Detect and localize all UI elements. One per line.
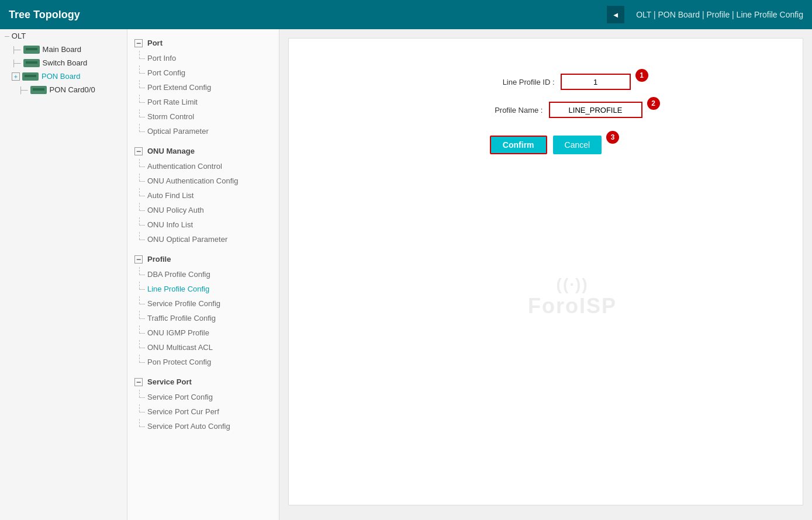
sidebar-item-label: OLT bbox=[12, 32, 26, 40]
line-profile-id-input[interactable] bbox=[561, 74, 631, 90]
badge-1: 1 bbox=[635, 69, 648, 82]
line-profile-id-label: Line Profile ID : bbox=[461, 78, 555, 86]
cancel-button[interactable]: Cancel bbox=[553, 136, 602, 154]
app-title: Tree Topology bbox=[9, 9, 607, 21]
menu-section-onu-manage[interactable]: − ONU Manage bbox=[127, 143, 279, 159]
menu-item-onu-optical-parameter[interactable]: ONU Optical Parameter bbox=[127, 232, 279, 247]
sidebar-item-olt[interactable]: ─ OLT bbox=[0, 29, 127, 43]
menu-item-port-info[interactable]: Port Info bbox=[127, 51, 279, 65]
form-area: Line Profile ID : 1 Profile Name : 2 Con… bbox=[300, 62, 791, 154]
badge-2: 2 bbox=[647, 97, 660, 110]
menu-item-authentication-control[interactable]: Authentication Control bbox=[127, 159, 279, 174]
sidebar-item-switch-board[interactable]: ├─ Switch Board bbox=[0, 56, 127, 70]
section-label: ONU Manage bbox=[147, 147, 195, 155]
profile-name-input[interactable] bbox=[549, 102, 642, 118]
line-profile-id-row: Line Profile ID : 1 bbox=[461, 74, 631, 90]
menu-section-profile[interactable]: − Profile bbox=[127, 251, 279, 267]
menu-item-onu-info-list[interactable]: ONU Info List bbox=[127, 217, 279, 232]
tree-connector: ├─ bbox=[12, 46, 21, 53]
watermark-icon: ((·)) bbox=[528, 275, 617, 294]
section-label: Service Port bbox=[147, 377, 192, 386]
menu-item-port-config[interactable]: Port Config bbox=[127, 65, 279, 80]
menu-item-port-extend-config[interactable]: Port Extend Config bbox=[127, 80, 279, 95]
tree-connector: ─ bbox=[5, 33, 9, 40]
menu-item-service-port-cur-perf[interactable]: Service Port Cur Perf bbox=[127, 404, 279, 419]
minus-icon: − bbox=[134, 147, 143, 155]
menu-item-dba-profile-config[interactable]: DBA Profile Config bbox=[127, 267, 279, 282]
minus-icon: − bbox=[134, 255, 143, 264]
device-icon bbox=[30, 86, 47, 94]
menu-item-port-rate-limit[interactable]: Port Rate Limit bbox=[127, 95, 279, 109]
sidebar-item-label: Main Board bbox=[43, 45, 81, 54]
header: Tree Topology ◄ OLT | PON Board | Profil… bbox=[0, 0, 812, 29]
sidebar-item-label: PON Card0/0 bbox=[50, 85, 95, 94]
profile-name-row: Profile Name : 2 bbox=[450, 102, 642, 118]
menu-item-auto-find-list[interactable]: Auto Find List bbox=[127, 188, 279, 203]
menu-section-service-port[interactable]: − Service Port bbox=[127, 374, 279, 390]
menu-item-line-profile-config[interactable]: Line Profile Config bbox=[127, 282, 279, 296]
minus-icon: − bbox=[134, 378, 143, 386]
section-label: Port bbox=[147, 39, 163, 47]
sidebar-item-pon-board[interactable]: + PON Board bbox=[0, 70, 127, 83]
device-icon bbox=[23, 59, 40, 67]
menu-item-service-port-config[interactable]: Service Port Config bbox=[127, 390, 279, 404]
menu-section-port[interactable]: − Port bbox=[127, 35, 279, 51]
main-content: Line Profile ID : 1 Profile Name : 2 Con… bbox=[279, 29, 812, 520]
section-label: Profile bbox=[147, 255, 171, 264]
menu-item-service-port-auto-config[interactable]: Service Port Auto Config bbox=[127, 419, 279, 434]
expand-icon[interactable]: + bbox=[12, 72, 20, 81]
sidebar-item-pon-card[interactable]: ├─ PON Card0/0 bbox=[0, 83, 127, 96]
menu-panel: − Port Port Info Port Config Port Extend… bbox=[127, 29, 279, 520]
breadcrumb: OLT | PON Board | Profile | Line Profile… bbox=[636, 10, 803, 19]
menu-item-onu-igmp-profile[interactable]: ONU IGMP Profile bbox=[127, 325, 279, 340]
confirm-button[interactable]: Confirm bbox=[490, 136, 547, 154]
badge-3: 3 bbox=[606, 131, 619, 144]
menu-item-onu-policy-auth[interactable]: ONU Policy Auth bbox=[127, 203, 279, 217]
menu-item-pon-protect-config[interactable]: Pon Protect Config bbox=[127, 355, 279, 369]
sidebar-item-main-board[interactable]: ├─ Main Board bbox=[0, 43, 127, 56]
minus-icon: − bbox=[134, 39, 143, 47]
menu-item-optical-parameter[interactable]: Optical Parameter bbox=[127, 124, 279, 138]
menu-item-onu-multicast-acl[interactable]: ONU Multicast ACL bbox=[127, 340, 279, 355]
device-icon bbox=[22, 72, 39, 81]
watermark-text: ForoISP bbox=[528, 294, 617, 318]
tree-connector: ├─ bbox=[12, 60, 21, 67]
sidebar: ─ OLT ├─ Main Board ├─ Switch Board + PO… bbox=[0, 29, 127, 520]
profile-name-label: Profile Name : bbox=[450, 106, 543, 115]
button-row: Confirm Cancel 3 bbox=[490, 136, 602, 154]
device-icon bbox=[23, 46, 40, 54]
menu-item-traffic-profile-config[interactable]: Traffic Profile Config bbox=[127, 311, 279, 325]
main-layout: ─ OLT ├─ Main Board ├─ Switch Board + PO… bbox=[0, 29, 812, 520]
sidebar-item-label: Switch Board bbox=[43, 58, 88, 67]
menu-item-onu-authentication-config[interactable]: ONU Authentication Config bbox=[127, 174, 279, 188]
menu-item-storm-control[interactable]: Storm Control bbox=[127, 109, 279, 124]
sidebar-item-label: PON Board bbox=[42, 72, 80, 81]
content-box: Line Profile ID : 1 Profile Name : 2 Con… bbox=[288, 38, 803, 505]
collapse-button[interactable]: ◄ bbox=[607, 6, 624, 23]
menu-item-service-profile-config[interactable]: Service Profile Config bbox=[127, 296, 279, 311]
watermark: ((·)) ForoISP bbox=[528, 275, 617, 318]
tree-connector: ├─ bbox=[19, 86, 28, 93]
